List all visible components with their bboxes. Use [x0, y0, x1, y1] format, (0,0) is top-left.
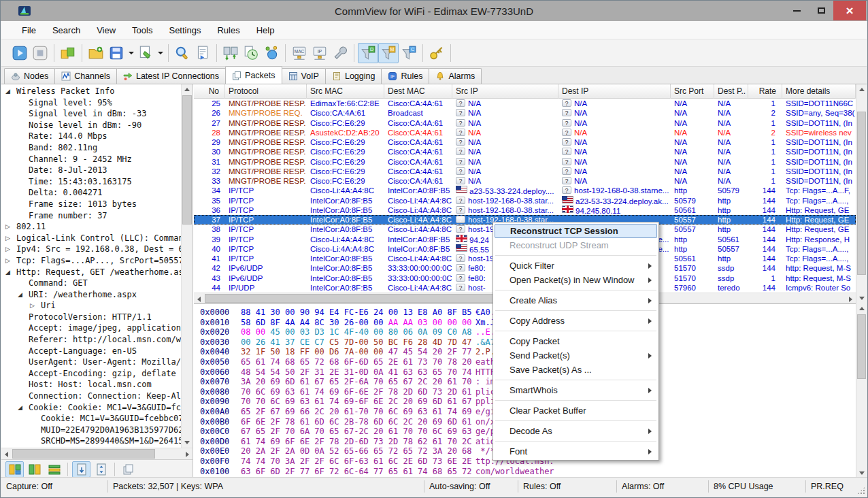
stop-capture-button[interactable] [30, 43, 50, 63]
resize-grip[interactable] [857, 486, 865, 495]
menu-help[interactable]: Help [248, 22, 283, 38]
node-reassociation-button[interactable] [261, 43, 282, 63]
column-header-src-ip[interactable]: Src IP [452, 84, 558, 99]
tree-expand-icon[interactable]: ▷ [5, 221, 10, 233]
packet-row[interactable]: 33MNGT/PROBE RESP.Cisco:FC:E6:29Cisco:CA… [194, 176, 856, 186]
tree-item[interactable]: ▷Uri [1, 300, 181, 312]
packet-row[interactable]: 27MNGT/PROBE RESP.Cisco:FC:E6:29Cisco:CA… [194, 118, 856, 128]
context-item-open-packet-s-in-new-window[interactable]: Open Packet(s) in New Window [495, 273, 657, 287]
tree-collapse-icon[interactable]: ◢ [18, 402, 22, 414]
context-item-copy-packet[interactable]: Copy Packet [495, 334, 657, 348]
save-dropdown-button[interactable] [127, 43, 135, 63]
tree-item[interactable]: ▷Logical-Link Control (LLC): Command: [1, 233, 181, 244]
column-header-protocol[interactable]: Protocol [225, 84, 307, 99]
tree-item[interactable]: Accept-Language: en-US [1, 346, 181, 357]
tree-item[interactable]: Time: 15:43:03.163175 [1, 176, 181, 188]
packet-list-vertical-scrollbar[interactable] [856, 84, 867, 303]
hex-vertical-scrollbar[interactable] [856, 303, 867, 478]
context-item-send-packet-s[interactable]: Send Packet(s) [495, 348, 657, 363]
tree-item[interactable]: ◢Cookie: Cookie: MC1=V=3&GUID=fcebb [1, 402, 181, 414]
tab-channels[interactable]: Channels [54, 68, 117, 84]
context-item-clear-packet-buffer[interactable]: Clear Packet Buffer [495, 403, 657, 418]
layout-rows-button[interactable] [45, 461, 63, 478]
tree-collapse-icon[interactable]: ◢ [18, 289, 22, 301]
menu-view[interactable]: View [88, 22, 124, 38]
tab-nodes[interactable]: Nodes [4, 68, 55, 84]
menu-settings[interactable]: Settings [161, 22, 209, 38]
switch-adapter-button[interactable] [58, 43, 78, 63]
auto-scroll-button[interactable] [72, 461, 90, 478]
tree-item[interactable]: Channel: 9 - 2452 MHz [1, 154, 181, 165]
tab-packets[interactable]: Packets [225, 66, 282, 84]
clear-buffer-button[interactable] [135, 43, 156, 63]
ip-aliases-button[interactable]: IP [310, 43, 330, 63]
tree-item[interactable]: Band: 802.11ng [1, 142, 181, 154]
start-capture-button[interactable] [10, 43, 30, 63]
tree-item[interactable]: ProtocolVersion: HTTP/1.1 [1, 312, 181, 323]
tree-item[interactable]: Host: Host: local.msn.com [1, 379, 181, 391]
tree-collapse-icon[interactable]: ◢ [5, 267, 10, 278]
find-button[interactable] [172, 43, 193, 63]
context-item-font[interactable]: Font [495, 444, 657, 459]
menu-file[interactable]: File [14, 22, 44, 38]
column-header-no[interactable]: No [194, 84, 225, 99]
tree-item[interactable]: Rate: 144.0 Mbps [1, 131, 181, 142]
maximize-button[interactable] [809, 1, 833, 20]
tree-expand-icon[interactable]: ▷ [5, 255, 10, 267]
tree-item[interactable]: Signal level: 95% [1, 97, 181, 109]
packet-row[interactable]: 32MNGT/PROBE RESP.Cisco:FC:E6:29Cisco:CA… [194, 167, 856, 176]
minimize-button[interactable] [784, 1, 809, 20]
tab-voip[interactable]: VoIP [282, 68, 326, 84]
tree-item[interactable]: Cookie: MC1=V=3&GUID=fcebbc07f [1, 413, 181, 425]
packet-row[interactable]: 36IP/TCPIntelCor:A0:8F:B5Cisco-Li:4A:A4:… [194, 205, 856, 215]
tree-item[interactable]: Frame size: 1013 bytes [1, 199, 181, 210]
tree-collapse-icon[interactable]: ◢ [5, 86, 10, 97]
open-file-button[interactable] [86, 43, 106, 63]
hex-row[interactable]: 0x010063 6F 6D 2F 77 6F 72 6C-64 77 65 6… [194, 467, 856, 477]
tree-item[interactable]: Command: GET [1, 278, 181, 289]
context-item-copy-address[interactable]: Copy Address [495, 314, 657, 328]
close-button[interactable]: × [833, 1, 866, 20]
management-packets-filter-button[interactable]: M [378, 43, 399, 63]
data-packets-filter-button[interactable]: D [358, 43, 378, 63]
layout-split-bottom-button[interactable] [25, 461, 44, 478]
packet-row[interactable]: 25MNGT/PROBE RESP.EdimaxTe:66:C2:8ECisco… [194, 99, 856, 108]
packet-row[interactable]: 26MNGT/PROBE REQ.Cisco:CA:4A:61Broadcast… [194, 108, 856, 118]
context-item-create-alias[interactable]: Create Alias [495, 293, 657, 308]
tree-item[interactable]: ◢Http: Request, GET /weatherhome.aspx [1, 267, 181, 278]
packet-row[interactable]: 29MNGT/PROBE RESP.Cisco:FC:E6:29Cisco:CA… [194, 137, 856, 147]
column-header-more-details[interactable]: More details [782, 84, 856, 99]
tree-item[interactable]: ◢URI: /weatherhome.aspx [1, 289, 181, 301]
tree-item[interactable]: ▷Tcp: Flags=...AP..., SrcPort=50557, D [1, 255, 181, 267]
tree-item[interactable]: Referer: http://local.msn.com/wor [1, 334, 181, 346]
column-header-src-mac[interactable]: Src MAC [307, 84, 384, 99]
layout-split-right-button[interactable] [5, 461, 24, 478]
tree-item[interactable]: ▷802.11 [1, 221, 181, 233]
column-header-rate[interactable]: Rate [748, 84, 782, 99]
context-item-save-packet-s-as[interactable]: Save Packet(s) As ... [495, 363, 657, 377]
packet-row[interactable]: 34IP/TCPCisco-Li:4A:A4:8CIntelCor:A0:8F:… [194, 186, 856, 195]
scheduler-button[interactable] [241, 43, 261, 63]
packet-row[interactable]: 35IP/TCPIntelCor:A0:8F:B5Cisco-Li:4A:A4:… [194, 196, 856, 205]
tree-vertical-scrollbar[interactable] [181, 84, 193, 448]
tree-item[interactable]: Frame number: 37 [1, 210, 181, 222]
column-header-dest-p-[interactable]: Dest P.. [714, 84, 748, 99]
context-item-quick-filter[interactable]: Quick Filter [495, 259, 657, 273]
tree-expand-icon[interactable]: ▷ [30, 300, 35, 312]
menu-tools[interactable]: Tools [124, 22, 161, 38]
menu-rules[interactable]: Rules [209, 22, 248, 38]
goto-packet-button[interactable] [193, 43, 213, 63]
send-packets-button[interactable] [220, 43, 241, 63]
tree-item[interactable]: SRCHD=MS=2899440&SM=1&D=264154 [1, 435, 181, 447]
tree-item[interactable]: Connection: Connection: Keep-Alive [1, 391, 181, 402]
wep-wpa-keys-button[interactable] [427, 43, 447, 63]
packet-row[interactable]: 31MNGT/PROBE RESP.Cisco:FC:E6:29Cisco:CA… [194, 157, 856, 167]
tree-item[interactable]: Accept: image/jpeg, application/x [1, 322, 181, 334]
packet-row[interactable]: 28MNGT/PROBE RESP.AsustekC:D2:AB:20Cisco… [194, 128, 856, 137]
tree-item[interactable]: Signal level in dBm: -33 [1, 108, 181, 120]
tree-item[interactable]: ▷Ipv4: Src = 192.168.0.38, Dest = 65.5 [1, 244, 181, 255]
tree-expand-icon[interactable]: ▷ [5, 233, 10, 244]
tab-rules[interactable]: IFRules [381, 68, 429, 84]
tree-item[interactable]: MUID=22E4792D0A1963B135977D626 [1, 425, 181, 436]
tree-item[interactable]: UserAgent: User-Agent: Mozilla/4.0 [1, 356, 181, 368]
